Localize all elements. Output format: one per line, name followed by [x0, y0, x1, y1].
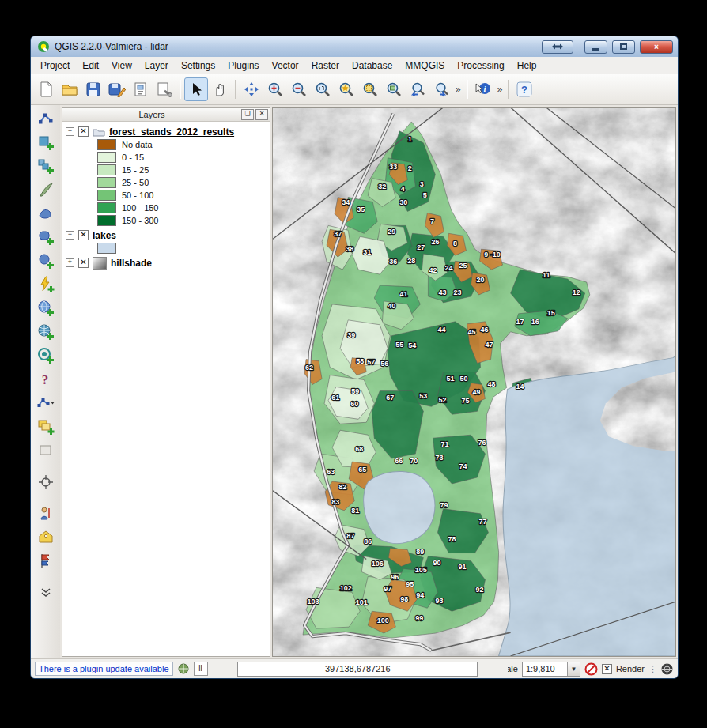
panel-float-icon[interactable]: ❏	[241, 109, 254, 120]
menu-edit[interactable]: Edit	[76, 58, 105, 73]
zoom-last-button[interactable]	[406, 77, 429, 101]
layer-name-lakes[interactable]: lakes	[93, 230, 116, 241]
open-project-button[interactable]	[58, 77, 81, 101]
legend-item[interactable]: 150 - 300	[66, 214, 270, 227]
layer-row-lakes[interactable]: − ✕ lakes	[66, 228, 270, 242]
menu-processing[interactable]: Processing	[451, 58, 510, 73]
stand-label: 71	[440, 440, 448, 448]
add-circle-button[interactable]	[35, 250, 57, 272]
offset-curve-button[interactable]	[35, 273, 57, 296]
buffer-rings-button[interactable]	[35, 345, 57, 367]
titlebar[interactable]: QGIS 2.2.0-Valmiera - lidar ×	[31, 36, 678, 57]
legend-item[interactable]: 0 - 15	[66, 151, 270, 164]
stand-label: 78	[448, 535, 456, 543]
status-mini-box[interactable]: li	[194, 662, 208, 676]
legend-item[interactable]: No data	[66, 138, 270, 151]
select-tool-button[interactable]	[184, 77, 208, 101]
whats-this-button[interactable]: ?	[35, 368, 57, 390]
flag-tool-button[interactable]	[35, 550, 57, 572]
new-project-button[interactable]	[34, 77, 58, 101]
toolbar-overflow-chevron[interactable]: »	[453, 84, 463, 95]
stand-label: 53	[419, 392, 427, 400]
pan-map-button[interactable]	[240, 77, 263, 101]
layer-row-forest[interactable]: − ✕ forest_stands_2012_results	[66, 125, 270, 138]
close-button[interactable]: ×	[640, 40, 673, 54]
stand-label: 74	[459, 462, 467, 470]
help-button[interactable]: ?	[512, 77, 536, 101]
stand-label: 15	[547, 309, 555, 317]
new-composer-button[interactable]	[129, 77, 153, 101]
add-feature-button[interactable]	[35, 131, 57, 153]
panel-close-icon[interactable]: ✕	[255, 109, 268, 120]
menu-database[interactable]: Database	[346, 58, 399, 73]
menu-raster[interactable]: Raster	[305, 58, 346, 73]
web-service-button[interactable]	[35, 321, 57, 343]
more-tools-chevron[interactable]	[35, 582, 57, 604]
zoom-full-button[interactable]	[335, 77, 358, 101]
layer-checkbox[interactable]: ✕	[78, 258, 89, 268]
save-project-as-button[interactable]	[105, 77, 129, 101]
menu-vector[interactable]: Vector	[266, 58, 305, 73]
layer-row-hillshade[interactable]: + ✕ hillshade	[66, 256, 270, 270]
stand-label: 3	[420, 180, 424, 188]
layers-panel-header[interactable]: Layers ❏ ✕	[62, 108, 270, 122]
menu-project[interactable]: Project	[34, 58, 76, 73]
simplify-feature-button[interactable]	[35, 179, 57, 201]
menu-help[interactable]: Help	[511, 58, 543, 73]
legend-item[interactable]: 50 - 100	[66, 189, 270, 202]
fill-ring-button[interactable]	[35, 226, 57, 248]
menu-mmqgis[interactable]: MMQGIS	[399, 58, 451, 73]
stop-render-icon[interactable]	[584, 662, 598, 676]
stand-label: 61	[331, 394, 339, 402]
add-ring-button[interactable]	[35, 202, 57, 224]
save-project-button[interactable]	[81, 77, 105, 101]
chevron-down-icon[interactable]: ▼	[567, 662, 580, 676]
collapse-icon[interactable]: −	[66, 231, 74, 240]
zoom-in-button[interactable]	[263, 77, 287, 101]
layer-checkbox[interactable]: ✕	[78, 230, 89, 240]
node-tool-button[interactable]	[35, 108, 57, 130]
statusbar-grip: ⋮	[648, 664, 656, 674]
label-tag-button[interactable]	[35, 526, 57, 549]
window-arrange-button[interactable]	[542, 40, 573, 54]
plugin-update-link[interactable]: There is a plugin update available	[35, 662, 173, 676]
coordinate-display[interactable]: 397138,6787216	[237, 662, 478, 677]
blank-tool-button[interactable]	[35, 439, 57, 462]
scale-combobox[interactable]: 1:9,810 ▼	[522, 662, 580, 677]
touch-pan-button[interactable]	[208, 77, 232, 101]
layer-checkbox[interactable]: ✕	[78, 126, 89, 137]
zoom-next-button[interactable]	[429, 77, 453, 101]
legend-item[interactable]: 15 - 25	[66, 164, 270, 176]
crosshair-tool-button[interactable]	[35, 471, 57, 493]
annotation-tool-button[interactable]	[35, 503, 57, 525]
menu-layer[interactable]: Layer	[138, 58, 175, 73]
layer-name-hillshade[interactable]: hillshade	[111, 258, 152, 269]
zoom-native-button[interactable]	[311, 77, 335, 101]
menu-view[interactable]: View	[105, 58, 138, 73]
node-tool-alt-button[interactable]	[35, 392, 57, 414]
toolbar-overflow-chevron[interactable]: »	[495, 84, 505, 95]
composer-manager-button[interactable]	[153, 77, 176, 101]
menu-plugins[interactable]: Plugins	[221, 58, 265, 73]
map-canvas[interactable]: 1133332232324433553434353530307737372929…	[272, 107, 676, 657]
identify-button[interactable]: i	[471, 77, 495, 101]
zoom-selection-button[interactable]	[358, 77, 382, 101]
menu-settings[interactable]: Settings	[175, 58, 221, 73]
minimize-button[interactable]	[584, 40, 607, 54]
new-layer-button[interactable]	[35, 416, 57, 438]
zoom-layer-button[interactable]	[382, 77, 406, 101]
zoom-out-button[interactable]	[287, 77, 311, 101]
plugin-icon[interactable]	[177, 662, 190, 675]
stand-label: 77	[479, 518, 487, 526]
add-globe-button[interactable]	[35, 297, 57, 319]
collapse-icon[interactable]: −	[66, 127, 74, 136]
render-checkbox[interactable]: ✕	[602, 664, 612, 674]
legend-item[interactable]: 100 - 150	[66, 202, 270, 214]
stand-label: 35	[357, 206, 365, 213]
crs-status-icon[interactable]	[660, 662, 674, 676]
maximize-button[interactable]	[612, 40, 635, 54]
legend-item[interactable]: 25 - 50	[66, 176, 270, 189]
move-feature-button[interactable]	[35, 155, 57, 177]
expand-icon[interactable]: +	[66, 258, 74, 267]
layer-name-forest[interactable]: forest_stands_2012_results	[109, 126, 234, 138]
